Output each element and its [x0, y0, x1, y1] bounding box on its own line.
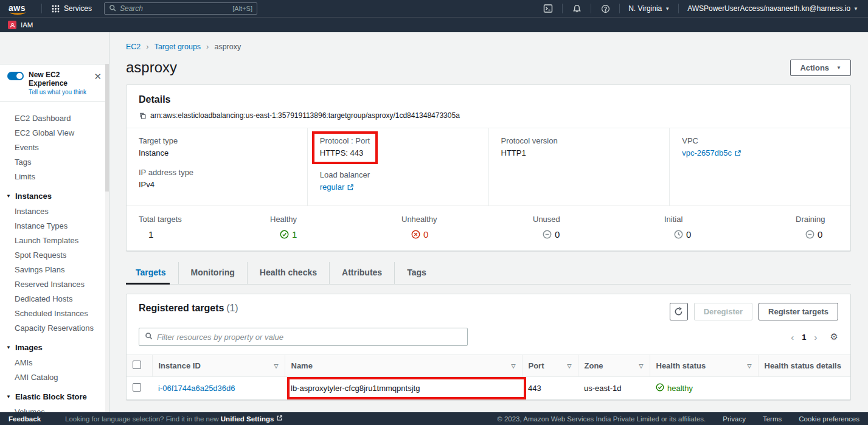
- tab-tags[interactable]: Tags: [394, 262, 439, 284]
- load-balancer-link[interactable]: regular: [320, 182, 354, 192]
- protocol-port-value: HTTPS: 443: [320, 148, 370, 157]
- previous-page-icon[interactable]: ‹: [789, 332, 796, 342]
- search-input[interactable]: [120, 4, 232, 13]
- aws-console-page: aws Services [Alt+S] N. Virginia▼ AWSPow…: [0, 0, 868, 425]
- privacy-link[interactable]: Privacy: [723, 415, 746, 423]
- sort-icon[interactable]: ▽: [568, 363, 572, 369]
- global-search[interactable]: [Alt+S]: [104, 2, 257, 15]
- table-row: i-06f1744a6a25d36d6 lb-asproxytyler-cfcg…: [127, 377, 850, 400]
- sort-icon[interactable]: ▽: [639, 363, 644, 369]
- col-health-details: Health status details: [765, 361, 841, 370]
- sort-icon[interactable]: ▽: [748, 363, 752, 369]
- search-icon: [109, 4, 116, 13]
- language-selection-text: Looking for language selection? Find it …: [65, 415, 221, 423]
- table-settings-gear-icon[interactable]: ⚙: [830, 331, 838, 342]
- breadcrumb-current: asproxy: [214, 43, 241, 51]
- sidebar-item-savings-plans[interactable]: Savings Plans: [0, 262, 109, 277]
- sidebar-item-instance-types[interactable]: Instance Types: [0, 218, 109, 233]
- divider: [562, 4, 563, 13]
- field-label: Protocol : Port: [320, 136, 370, 145]
- breadcrumb-ec2[interactable]: EC2: [126, 43, 141, 51]
- next-page-icon[interactable]: ›: [813, 332, 819, 342]
- tell-us-link[interactable]: Tell us what you think: [29, 89, 90, 95]
- minus-circle-icon: [543, 230, 552, 239]
- annotation-box-protocol-port: Protocol : PortHTTPS: 443: [312, 131, 378, 164]
- copy-icon[interactable]: [139, 112, 147, 120]
- breadcrumb-target-groups[interactable]: Target groups: [155, 43, 201, 51]
- field-label: Load balancer: [320, 170, 476, 179]
- actions-button[interactable]: Actions▼: [790, 60, 851, 76]
- sidebar-item-ec2-dashboard[interactable]: EC2 Dashboard: [0, 111, 109, 125]
- sidebar-item-capacity-reservations[interactable]: Capacity Reservations: [0, 320, 109, 335]
- sidebar-section-images[interactable]: ▼Images: [0, 339, 109, 355]
- sidebar-item-launch-templates[interactable]: Launch Templates: [0, 233, 109, 247]
- instance-id-link[interactable]: i-06f1744a6a25d36d6: [158, 384, 235, 393]
- target-name-cell: lb-asproxytyler-cfcg8jru1tmmqpntsjtg: [285, 377, 522, 400]
- sidebar-item-instances[interactable]: Instances: [0, 204, 109, 218]
- vpc-link[interactable]: vpc-2657db5c: [682, 148, 741, 157]
- sidebar-item-dedicated-hosts[interactable]: Dedicated Hosts: [0, 291, 109, 306]
- target-port-cell: 443: [522, 377, 578, 400]
- deregister-button[interactable]: Deregister: [694, 303, 752, 320]
- help-button[interactable]: [597, 2, 613, 15]
- sidebar-scrollbar-thumb[interactable]: [105, 64, 109, 192]
- sidebar-item-ec2-global-view[interactable]: EC2 Global View: [0, 125, 109, 140]
- triangle-down-icon: ▼: [6, 345, 11, 350]
- region-selector[interactable]: N. Virginia▼: [626, 4, 672, 13]
- search-icon: [145, 332, 153, 342]
- sidebar-item-amis[interactable]: AMIs: [0, 355, 109, 370]
- services-menu-button[interactable]: Services: [48, 2, 95, 15]
- chevron-right-icon: ›: [206, 42, 209, 51]
- field-label: Protocol version: [501, 136, 658, 145]
- new-experience-toggle[interactable]: [7, 72, 24, 80]
- sort-icon[interactable]: ▽: [512, 363, 516, 369]
- services-grid-icon: [52, 5, 60, 13]
- tab-targets[interactable]: Targets: [126, 262, 178, 284]
- registered-targets-table: Instance ID▽ Name▽ Port▽ Zone▽ Health st…: [127, 354, 850, 399]
- external-link-icon: [347, 184, 354, 191]
- tab-bar: Targets Monitoring Health checks Attribu…: [126, 262, 851, 285]
- summary-label: Initial: [664, 215, 719, 224]
- cloudshell-button[interactable]: [540, 2, 556, 15]
- aws-logo[interactable]: aws: [7, 3, 29, 15]
- cookie-preferences-link[interactable]: Cookie preferences: [799, 415, 859, 423]
- favorite-iam-link[interactable]: IAM: [21, 21, 33, 29]
- sidebar-item-spot-requests[interactable]: Spot Requests: [0, 247, 109, 262]
- sidebar-item-events[interactable]: Events: [0, 140, 109, 154]
- tab-monitoring[interactable]: Monitoring: [178, 262, 247, 284]
- filter-input[interactable]: [157, 333, 462, 342]
- check-circle-icon: [280, 230, 289, 239]
- feedback-link[interactable]: Feedback: [9, 415, 41, 423]
- terms-link[interactable]: Terms: [763, 415, 782, 423]
- sidebar-item-tags[interactable]: Tags: [0, 154, 109, 169]
- account-menu[interactable]: AWSPowerUserAccess/navaneeth.kn@harness.…: [685, 4, 861, 13]
- pagination: ‹ 1 › ⚙: [789, 331, 838, 342]
- protocol-version-value: HTTP1: [501, 148, 658, 157]
- sidebar-item-scheduled-instances[interactable]: Scheduled Instances: [0, 306, 109, 320]
- register-targets-button[interactable]: Register targets: [759, 303, 838, 320]
- tab-health-checks[interactable]: Health checks: [247, 262, 329, 284]
- row-checkbox[interactable]: [133, 383, 141, 392]
- target-zone-cell: us-east-1d: [578, 377, 650, 400]
- current-page-number[interactable]: 1: [802, 333, 806, 342]
- total-targets-value: 1: [148, 229, 153, 240]
- sidebar-item-limits[interactable]: Limits: [0, 169, 109, 184]
- sidebar-section-ebs[interactable]: ▼Elastic Block Store: [0, 388, 109, 404]
- sort-icon[interactable]: ▽: [274, 363, 279, 369]
- summary-label: Draining: [796, 215, 838, 224]
- footer: Feedback Looking for language selection?…: [0, 412, 868, 425]
- tab-attributes[interactable]: Attributes: [329, 262, 394, 284]
- select-all-checkbox[interactable]: [133, 361, 141, 369]
- check-circle-icon: [656, 383, 664, 393]
- divider: [41, 4, 42, 13]
- notifications-bell-button[interactable]: [569, 2, 585, 15]
- sidebar-section-instances[interactable]: ▼Instances: [0, 187, 109, 204]
- sidebar-item-ami-catalog[interactable]: AMI Catalog: [0, 370, 109, 384]
- sidebar-item-reserved-instances[interactable]: Reserved Instances: [0, 277, 109, 291]
- unified-settings-link[interactable]: Unified Settings: [221, 415, 283, 423]
- sidebar-item-volumes[interactable]: Volumes: [0, 404, 109, 412]
- refresh-button[interactable]: [670, 303, 688, 320]
- main-content: EC2 › Target groups › asproxy asproxy Ac…: [109, 32, 868, 412]
- filter-input-box[interactable]: [139, 328, 468, 346]
- close-icon[interactable]: ✕: [90, 71, 103, 82]
